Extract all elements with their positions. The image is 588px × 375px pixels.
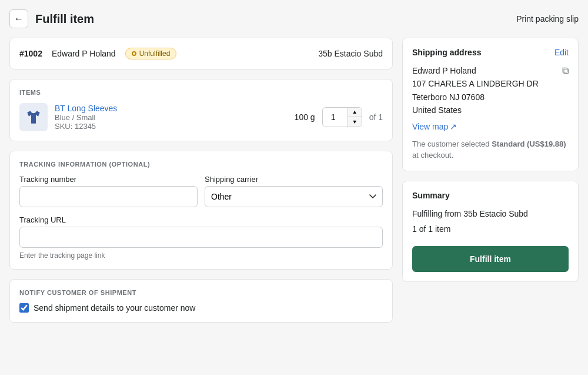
address-country: United States [412,104,539,117]
table-row: BT Long Sleeves Blue / Small SKU: 12345 … [19,103,383,131]
quantity-input[interactable] [323,110,344,124]
view-map-label: View map [412,122,448,131]
back-button[interactable]: ← [9,9,28,28]
shipping-note: The customer selected Standard (US$19.88… [412,138,569,161]
tracking-number-group: Tracking number [19,175,198,207]
qty-buttons: ▲ ▼ [348,108,362,127]
shipping-carrier-select[interactable]: Other UPS FedEx DHL USPS [205,186,383,207]
order-number: #1002 [19,49,42,58]
item-name-link[interactable]: BT Long Sleeves [55,104,117,113]
tracking-url-input[interactable] [19,227,383,248]
copy-address-icon[interactable]: ⧉ [562,65,569,76]
address-name: Edward P Holand [412,64,539,77]
status-dot [132,51,136,56]
shipping-address-card: Shipping address Edit Edward P Holand 10… [402,38,579,171]
item-sku: SKU: 12345 [55,122,288,131]
page-header: ← Fulfill item Print packing slip [9,9,579,28]
tracking-form-row: Tracking number Shipping carrier Other U… [19,175,383,207]
address-row: Edward P Holand 107 CHARLES A LINDBERGH … [412,64,569,117]
address-line1: 107 CHARLES A LINDBERGH DR [412,77,539,90]
quantity-control: ▲ ▼ [322,107,362,127]
print-packing-slip-link[interactable]: Print packing slip [516,14,579,24]
tracking-section-label: TRACKING INFORMATION (OPTIONAL) [19,161,383,168]
external-link-icon: ↗ [450,122,457,131]
shipping-price: (US$19.88) [527,140,566,148]
order-info-card: #1002 Edward P Holand Unfulfilled 35b Es… [9,38,393,69]
tracking-card: TRACKING INFORMATION (OPTIONAL) Tracking… [9,151,393,270]
item-weight: 100 g [295,112,315,122]
item-details: BT Long Sleeves Blue / Small SKU: 12345 [55,104,288,131]
address-text: Edward P Holand 107 CHARLES A LINDBERGH … [412,64,539,117]
items-section-label: ITEMS [19,89,383,96]
address-line2: Teterboro NJ 07608 [412,91,539,104]
page-title: Fulfill item [35,12,94,26]
item-count: 1 of 1 item [412,223,569,235]
shipping-carrier-label: Shipping carrier [205,175,383,184]
main-content: #1002 Edward P Holand Unfulfilled 35b Es… [9,38,579,323]
shipping-carrier-group: Shipping carrier Other UPS FedEx DHL USP… [205,175,383,207]
view-map-link[interactable]: View map ↗ [412,122,457,131]
status-badge: Unfulfilled [125,48,177,59]
status-label: Unfulfilled [139,49,171,58]
notify-checkbox-label[interactable]: Send shipment details to your customer n… [34,303,195,313]
of-total: of 1 [369,112,383,122]
customer-name: Edward P Holand [52,49,116,58]
notify-checkbox-row: Send shipment details to your customer n… [19,303,383,313]
right-column: Shipping address Edit Edward P Holand 10… [402,38,579,323]
shipping-address-header: Shipping address Edit [412,48,569,57]
shirt-icon [24,108,43,127]
tracking-url-hint: Enter the tracking page link [19,251,383,260]
item-image [19,103,48,131]
tracking-number-input[interactable] [19,186,198,207]
shipping-method: Standard [492,140,524,148]
fulfill-item-button[interactable]: Fulfill item [412,246,569,272]
left-column: #1002 Edward P Holand Unfulfilled 35b Es… [9,38,393,323]
shipping-address-title: Shipping address [412,48,481,57]
items-card: ITEMS BT Long Sleeves Blue / Small SKU: … [9,79,393,141]
edit-address-link[interactable]: Edit [554,48,569,57]
notify-card: NOTIFY CUSTOMER OF SHIPMENT Send shipmen… [9,279,393,323]
fulfilling-from: Fulfilling from 35b Estacio Subd [412,207,569,220]
tracking-url-label: Tracking URL [19,215,383,224]
notify-section-label: NOTIFY CUSTOMER OF SHIPMENT [19,289,383,296]
item-variant: Blue / Small [55,113,288,122]
tracking-number-label: Tracking number [19,175,198,184]
notify-checkbox[interactable] [19,303,29,313]
summary-title: Summary [412,191,569,200]
quantity-increase-button[interactable]: ▲ [348,108,362,117]
tracking-url-group: Tracking URL Enter the tracking page lin… [19,215,383,260]
order-location: 35b Estacio Subd [318,49,383,58]
summary-card: Summary Fulfilling from 35b Estacio Subd… [402,181,579,283]
order-info-row: #1002 Edward P Holand Unfulfilled 35b Es… [19,48,383,59]
quantity-decrease-button[interactable]: ▼ [348,117,362,127]
